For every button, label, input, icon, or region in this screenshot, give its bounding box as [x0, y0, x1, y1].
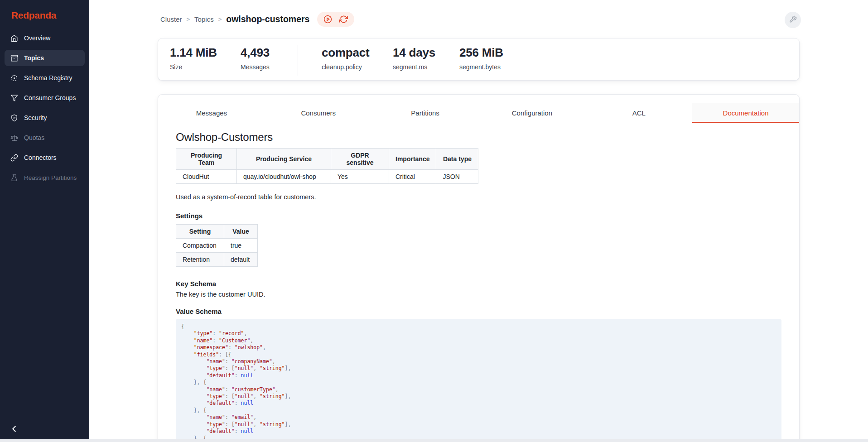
- stat-value: 256 MiB: [459, 46, 503, 60]
- stat-segment-bytes: 256 MiBsegment.bytes: [459, 46, 503, 71]
- stat-value: 14 days: [393, 46, 459, 60]
- sidebar-item-connectors[interactable]: Connectors: [5, 149, 85, 166]
- stat-size: 1.14 MiBSize: [170, 46, 241, 71]
- sidebar: Redpanda OverviewTopicsSchema RegistryCo…: [0, 0, 89, 442]
- collapse-sidebar-button[interactable]: [9, 424, 20, 435]
- sidebar-item-schema-registry[interactable]: Schema Registry: [5, 70, 85, 86]
- stats-divider: [298, 45, 298, 76]
- doc-description: Used as a system-of-record table for cus…: [176, 193, 781, 201]
- topic-tabs: MessagesConsumersPartitionsConfiguration…: [158, 103, 799, 123]
- sidebar-item-label: Consumer Groups: [24, 94, 76, 101]
- sidebar-item-label: Overview: [24, 34, 50, 42]
- link-icon: [10, 154, 18, 162]
- sidebar-item-overview[interactable]: Overview: [5, 30, 85, 46]
- settings-table: SettingValueCompactiontrueRetentiondefau…: [176, 224, 258, 267]
- stat-cleanup-policy: compactcleanup.policy: [322, 46, 393, 71]
- refresh-button[interactable]: [339, 15, 348, 24]
- breadcrumb-cluster[interactable]: Cluster: [160, 15, 182, 23]
- sidebar-item-label: Topics: [24, 54, 44, 62]
- filter-icon: [10, 94, 18, 102]
- value-schema-code: { "type": "record", "name": "Customer", …: [176, 319, 781, 442]
- stat-value: 1.14 MiB: [170, 46, 241, 60]
- flask-icon: [10, 174, 18, 182]
- stat-segment-ms: 14 dayssegment.ms: [393, 46, 459, 71]
- topic-stats-card: 1.14 MiBSize4,493Messagescompactcleanup.…: [158, 38, 800, 81]
- wrench-icon: [789, 15, 797, 25]
- tab-partitions[interactable]: Partitions: [372, 103, 479, 123]
- table-cell: quay.io/cloudhut/owl-shop: [237, 170, 331, 184]
- table-cell: Compaction: [176, 239, 224, 253]
- topics-icon: [10, 54, 18, 62]
- breadcrumb-topics[interactable]: Topics: [194, 15, 214, 23]
- stat-label: Size: [170, 63, 241, 71]
- sidebar-item-label: Connectors: [24, 154, 57, 161]
- key-schema-text: The key is the customer UUID.: [176, 291, 781, 298]
- topic-detail-card: MessagesConsumersPartitionsConfiguration…: [158, 94, 800, 442]
- table-header-cell: Producing Service: [237, 149, 331, 170]
- table-header-cell: Data type: [436, 149, 478, 170]
- stat-label: segment.bytes: [459, 63, 503, 71]
- stat-messages: 4,493Messages: [241, 46, 281, 71]
- doc-title: Owlshop-Customers: [176, 131, 781, 144]
- sidebar-item-reassign-partitions: Reassign Partitions: [5, 169, 85, 186]
- schema-icon: [10, 74, 18, 82]
- breadcrumb-separator: >: [187, 16, 190, 23]
- topic-actions-pill: [317, 12, 354, 27]
- key-schema-heading: Key Schema: [176, 280, 781, 288]
- main-area: Cluster > Topics > owlshop-customers 1.1…: [89, 0, 868, 442]
- table-header-cell: Importance: [389, 149, 436, 170]
- producing-info-table: Producing TeamProducing ServiceGDPR sens…: [176, 148, 478, 184]
- produce-record-button[interactable]: [323, 15, 332, 24]
- redpanda-logo: Redpanda: [0, 0, 89, 30]
- tab-acl[interactable]: ACL: [585, 103, 692, 123]
- sidebar-nav: OverviewTopicsSchema RegistryConsumer Gr…: [0, 30, 89, 186]
- settings-heading: Settings: [176, 212, 781, 220]
- stat-label: cleanup.policy: [322, 63, 393, 71]
- table-cell: true: [224, 239, 258, 253]
- stat-label: segment.ms: [393, 63, 459, 71]
- tab-consumers[interactable]: Consumers: [265, 103, 372, 123]
- breadcrumb-current-topic: owlshop-customers: [226, 14, 309, 24]
- sidebar-item-security[interactable]: Security: [5, 110, 85, 126]
- table-cell: Critical: [389, 170, 436, 184]
- tab-configuration[interactable]: Configuration: [478, 103, 585, 123]
- scale-icon: [10, 134, 18, 142]
- sidebar-item-quotas: Quotas: [5, 130, 85, 146]
- settings-wrench-button[interactable]: [785, 12, 801, 28]
- chevron-left-icon: [9, 428, 19, 435]
- stat-value: compact: [322, 46, 393, 60]
- sidebar-item-label: Quotas: [24, 134, 44, 141]
- table-cell: CloudHut: [176, 170, 237, 184]
- sidebar-item-label: Security: [24, 114, 47, 121]
- table-header-cell: GDPR sensitive: [331, 149, 389, 170]
- sidebar-item-label: Schema Registry: [24, 74, 72, 82]
- table-row: Retentiondefault: [176, 253, 258, 267]
- table-header-cell: Value: [224, 225, 258, 239]
- refresh-icon: [339, 15, 348, 24]
- table-header-cell: Setting: [176, 225, 224, 239]
- tab-documentation[interactable]: Documentation: [692, 103, 799, 123]
- value-schema-heading: Value Schema: [176, 307, 781, 315]
- table-row: Compactiontrue: [176, 239, 258, 253]
- stat-value: 4,493: [241, 46, 281, 60]
- sidebar-item-consumer-groups[interactable]: Consumer Groups: [5, 90, 85, 106]
- sidebar-item-topics[interactable]: Topics: [5, 50, 85, 66]
- topbar: Cluster > Topics > owlshop-customers: [160, 10, 354, 28]
- play-circle-icon: [323, 15, 332, 24]
- table-row: CloudHutquay.io/cloudhut/owl-shopYesCrit…: [176, 170, 478, 184]
- table-header-cell: Producing Team: [176, 149, 237, 170]
- table-cell: default: [224, 253, 258, 267]
- sidebar-item-label: Reassign Partitions: [24, 174, 77, 181]
- tab-messages[interactable]: Messages: [158, 103, 265, 123]
- home-icon: [10, 34, 18, 42]
- table-cell: Retention: [176, 253, 224, 267]
- stat-label: Messages: [241, 63, 281, 71]
- breadcrumb-separator: >: [218, 16, 222, 23]
- bottom-scrollbar-track[interactable]: [0, 439, 868, 442]
- documentation-content: Owlshop-Customers Producing TeamProducin…: [158, 123, 799, 442]
- table-cell: Yes: [331, 170, 389, 184]
- shield-icon: [10, 114, 18, 122]
- table-cell: JSON: [436, 170, 478, 184]
